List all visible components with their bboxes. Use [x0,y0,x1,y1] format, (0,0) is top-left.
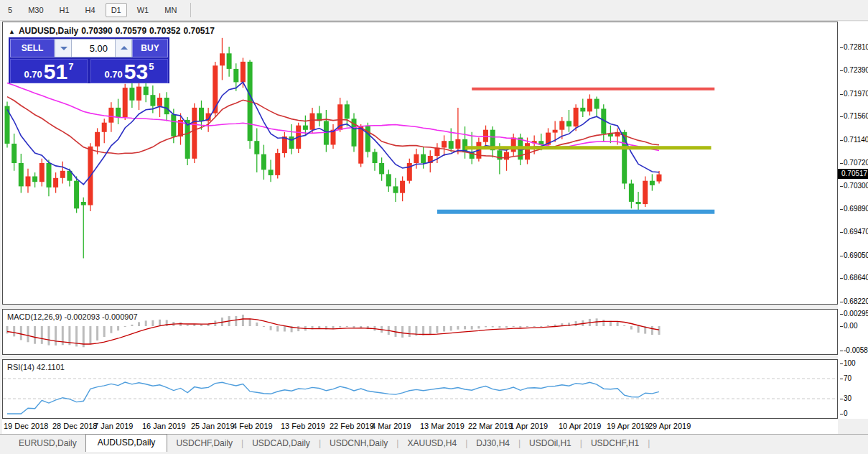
macd-histogram-bar [450,326,452,330]
macd-histogram-bar [651,326,653,335]
candle [497,150,502,159]
macd-histogram-bar [249,319,251,327]
macd-histogram-bar [477,326,480,328]
candle [254,141,259,154]
timeframe-button-h4[interactable]: H4 [80,3,101,17]
axis-tick [840,379,843,379]
chart-tab-usdcnh-daily[interactable]: USDCNH,Daily [321,435,396,448]
macd-indicator-panel[interactable]: MACD(12,26,9) -0.002093 -0.000907 [2,309,838,355]
macd-histogram-bar [422,326,424,335]
volume-increase-button[interactable] [115,39,132,57]
macd-histogram-bar [187,325,189,326]
macd-histogram-bar [242,315,244,326]
chart-tab-usdchf-h1[interactable]: USDCHF,H1 [582,435,648,448]
axis-tick [840,363,843,364]
macd-histogram-bar [48,326,50,346]
candle [233,69,238,83]
collapse-panel-icon[interactable]: ▲ [9,28,15,35]
chart-tab-xauusd-h4[interactable]: XAUUSD,H4 [398,435,465,448]
volume-input[interactable]: 5.00 [72,39,115,57]
value-axis-column[interactable]: 0.728100.723900.719700.715600.711400.707… [838,22,868,419]
date-axis-label: 1 Apr 2019 [510,422,548,430]
date-axis-label: 7 Jan 2019 [94,422,133,430]
timeframe-button-w1[interactable]: W1 [131,3,155,17]
timeframe-button-m30[interactable]: M30 [22,3,49,17]
one-click-trading-panel: SELL 5.00 BUY 0.70517 0.70535 [9,37,169,83]
candle [199,108,204,121]
macd-histogram-bar [145,320,147,326]
chart-tab-usdoil-h1[interactable]: USDOil,H1 [521,435,580,448]
axis-tick [840,414,843,414]
rsi-indicator-panel[interactable]: RSI(14) 42.1101 [2,359,838,419]
candle [553,130,558,133]
price-axis-label: 0.70300 [840,182,868,190]
triangle-down-icon [60,47,67,50]
macd-histogram-bar [575,321,577,326]
chart-tab-bar: EURUSD,DailyAUDUSD,DailyUSDCHF,Daily|USD… [0,434,868,454]
date-axis-label: 29 Apr 2019 [648,422,691,430]
candle [144,87,149,96]
candle [74,181,79,209]
timeframe-button-h1[interactable]: H1 [54,3,75,17]
buy-price-tile[interactable]: 0.70535 [90,59,168,83]
macd-histogram-bar [658,326,661,335]
candle [81,202,86,205]
rsi-axis-label: 30 [840,394,851,402]
candle [227,53,232,69]
chart-tab-dj30-h4[interactable]: DJ30,H4 [467,435,518,448]
sell-price-pip: 7 [68,61,73,72]
macd-histogram-bar [13,326,15,336]
macd-histogram-bar [151,320,154,326]
candle [365,126,370,152]
candle [566,121,571,126]
price-axis-label: 0.68220 [840,297,868,305]
date-axis-label: 16 Jan 2019 [142,422,186,430]
candle [275,153,280,175]
sell-button[interactable]: SELL [10,39,55,57]
candle [629,184,634,202]
volume-decrease-button[interactable] [55,39,72,57]
macd-histogram-bar [159,320,161,326]
date-axis[interactable]: 19 Dec 201828 Dec 20187 Jan 201916 Jan 2… [2,419,838,434]
price-axis-label: 0.69890 [840,205,868,213]
price-axis-label: 0.68640 [840,274,868,282]
macd-histogram-bar [353,326,355,328]
rsi-plot[interactable] [3,360,837,418]
macd-axis-label: -0.005825 [840,346,868,354]
candle [580,108,585,111]
axis-tick [840,278,843,279]
candle [643,181,648,204]
axis-tick [840,232,843,233]
macd-histogram-bar [630,326,633,330]
date-axis-label: 22 Mar 2019 [468,422,513,430]
macd-histogram-bar [429,326,431,334]
chart-tab-usdchf-daily[interactable]: USDCHF,Daily [167,435,241,448]
date-axis-label: 10 Apr 2019 [559,422,601,430]
chart-tab-audusd-daily[interactable]: AUDUSD,Daily [85,434,168,452]
timeframe-button-d1[interactable]: D1 [106,3,127,17]
timeframe-button-mn[interactable]: MN [159,3,182,17]
axis-tick [840,116,843,117]
candle [587,99,592,112]
date-axis-label: 13 Feb 2019 [281,422,325,430]
chart-tab-eurusd-daily[interactable]: EURUSD,Daily [10,435,85,448]
buy-button[interactable]: BUY [132,39,168,57]
price-axis-label: 0.71970 [840,90,868,98]
macd-histogram-bar [457,326,459,330]
date-axis-label: 28 Dec 2018 [52,422,97,430]
date-axis-label: 25 Jan 2019 [191,422,235,430]
macd-histogram-bar [27,326,29,342]
candle [136,87,141,101]
macd-histogram-bar [346,326,348,327]
macd-histogram-bar [519,326,521,328]
rsi-line [7,382,659,414]
timeframe-button-5[interactable]: 5 [2,3,18,17]
macd-histogram-bar [360,326,362,328]
chart-tab-usdcad-daily[interactable]: USDCAD,Daily [243,435,319,448]
candle [102,123,107,132]
sell-price-tile[interactable]: 0.70517 [10,59,88,83]
main-chart-panel[interactable]: ▲AUDUSD,Daily0.703900.705790.703520.7051… [2,22,838,305]
macd-histogram-bar [401,326,403,338]
candle [213,65,218,113]
axis-tick [840,351,843,351]
